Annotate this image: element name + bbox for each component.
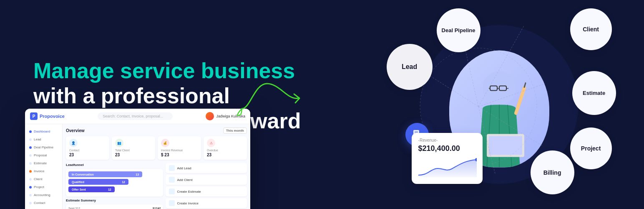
- action-create-invoice[interactable]: Create Invoice: [166, 198, 247, 208]
- client-icon: 👥: [115, 139, 123, 147]
- action-add-lead[interactable]: Add Lead: [166, 163, 247, 173]
- sidebar-item-mock-lead[interactable]: Lead: [25, 135, 62, 143]
- sidebar-item-mock-deal[interactable]: Deal Pipeline: [25, 143, 62, 151]
- node-billing-label: Billing: [543, 169, 561, 176]
- sidebar-item-mock-project[interactable]: Project: [25, 183, 62, 191]
- right-col: Add Lead Add Client Create Estimate: [166, 163, 247, 209]
- revenue-card: -Revenue- $210,400.00: [412, 133, 483, 184]
- sidebar-item-mock-estimate[interactable]: Estimate: [25, 159, 62, 167]
- mockup-body: Dashboard Lead Deal Pipeline Proposal: [25, 124, 250, 209]
- sidebar-dot: [29, 186, 32, 189]
- arrow-container: [234, 75, 309, 127]
- sidebar-item-mock-accounting[interactable]: Accounting: [25, 191, 62, 199]
- left-col: Leadfunnel In Conversation13 Qualified12…: [66, 163, 163, 209]
- create-estimate-icon: [169, 189, 175, 194]
- sidebar-item-mock-invoice[interactable]: Invoice: [25, 167, 62, 175]
- overdue-icon: ⚠: [207, 139, 215, 147]
- sidebar-dot: [29, 170, 32, 173]
- svg-rect-21: [415, 132, 418, 133]
- mockup-sidebar: Dashboard Lead Deal Pipeline Proposal: [25, 124, 63, 209]
- node-client: Client: [570, 8, 612, 50]
- stat-card-total-client: 👥 Total Client 23: [112, 136, 155, 160]
- orbital-container: -Revenue- $210,400.00 Lead: [382, 6, 616, 207]
- funnel-area: In Conversation13 Qualified12 Offer Sent…: [66, 169, 163, 196]
- sidebar-item-mock-client[interactable]: Client: [25, 175, 62, 183]
- node-lead: Lead: [387, 44, 433, 90]
- add-client-icon: [169, 177, 175, 183]
- overview-filter[interactable]: This month: [223, 127, 247, 134]
- funnel-bar-qualified: Qualified12: [68, 179, 128, 185]
- stat-card-invoice-revenue: 💰 Invoice Revenue $ 23: [158, 136, 201, 160]
- dashboard-mockup: Propovoice Search: Contact, Invoice, pro…: [25, 109, 250, 209]
- node-project: Project: [570, 127, 612, 169]
- node-lead-label: Lead: [402, 63, 417, 71]
- sidebar-item-mock-dashboard[interactable]: Dashboard: [25, 127, 62, 135]
- sidebar-dot: [29, 154, 32, 157]
- add-lead-icon: [169, 165, 175, 171]
- revenue-label: -Revenue-: [418, 138, 476, 143]
- estimate-summary-area: Estimate Summery Sent 312$1242: [66, 199, 163, 209]
- create-invoice-icon: [169, 200, 175, 206]
- node-project-label: Project: [581, 145, 601, 152]
- brand-name: Propovoice: [40, 114, 65, 119]
- right-content: -Revenue- $210,400.00 Lead: [354, 0, 644, 209]
- node-client-label: Client: [583, 26, 599, 33]
- search-placeholder-text: Search: Contact, Invoice, proposal...: [103, 114, 163, 118]
- sidebar-dot: [29, 138, 32, 141]
- two-col-layout: Leadfunnel In Conversation13 Qualified12…: [66, 163, 247, 209]
- mockup-main-content: Overview This month 👤 Contact 23 👥 Total…: [63, 124, 250, 209]
- quick-actions: Add Lead Add Client Create Estimate: [166, 163, 247, 208]
- sidebar-item-mock-proposal[interactable]: Proposal: [25, 151, 62, 159]
- revenue-icon: 💰: [161, 139, 169, 147]
- sidebar-dot: [29, 146, 32, 149]
- svg-rect-17: [489, 136, 522, 155]
- sidebar-dot: [29, 194, 32, 196]
- estimate-summary-card: Sent 312$1242: [66, 204, 163, 209]
- user-avatar: [206, 112, 214, 120]
- arrow-svg: [234, 75, 309, 125]
- overview-title: Overview This month: [66, 127, 247, 134]
- node-billing: Billing: [531, 150, 574, 194]
- node-deal-pipeline: Deal Pipeline: [437, 8, 480, 52]
- funnel-bar-offer-sent: Offer Sent12: [68, 186, 115, 192]
- stat-card-contact: 👤 Contact 23: [66, 136, 109, 160]
- mockup-header: Propovoice Search: Contact, Invoice, pro…: [25, 109, 250, 124]
- node-estimate: Estimate: [572, 71, 616, 115]
- hero-section: Manage service business with a professio…: [0, 0, 644, 209]
- svg-line-18: [516, 88, 524, 113]
- stat-card-overdue: ⚠ Overdue 23: [204, 136, 247, 160]
- sidebar-dot: [29, 130, 32, 133]
- svg-line-19: [524, 83, 526, 87]
- leadfunnel-title: Leadfunnel: [66, 163, 163, 167]
- funnel-bar-conversation: In Conversation13: [68, 171, 142, 177]
- estimate-row-1: Sent 312$1242: [68, 207, 161, 209]
- node-estimate-label: Estimate: [583, 90, 605, 96]
- mockup-logo: Propovoice: [30, 112, 65, 120]
- sidebar-item-mock-contact[interactable]: Contact: [25, 199, 62, 207]
- revenue-value: $210,400.00: [418, 144, 476, 153]
- logo-icon: [30, 112, 38, 120]
- stats-row: 👤 Contact 23 👥 Total Client 23 💰 Invoice…: [66, 136, 247, 160]
- node-deal-label: Deal Pipeline: [442, 27, 475, 33]
- mockup-search-bar: Search: Contact, Invoice, proposal...: [98, 112, 173, 120]
- sidebar-dot: [29, 202, 32, 204]
- action-create-estimate[interactable]: Create Estimate: [166, 186, 247, 196]
- contact-icon: 👤: [69, 139, 78, 147]
- sidebar-dot: [29, 178, 32, 181]
- revenue-chart: [418, 156, 477, 177]
- action-add-client[interactable]: Add Client: [166, 175, 247, 185]
- sidebar-dot: [29, 162, 32, 165]
- estimate-summary-title: Estimate Summery: [66, 199, 163, 202]
